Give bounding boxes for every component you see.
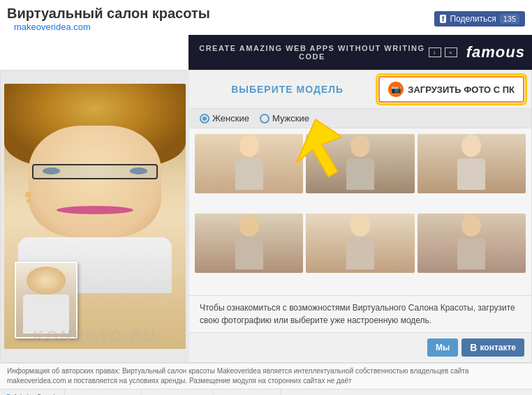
model-thumb-2[interactable]: [306, 134, 414, 193]
ad-banner: CREATE AMAZING WEB APPS WITHOUT WRITING …: [189, 35, 532, 70]
ad-link-1[interactable]: flash installation: [65, 389, 141, 395]
facebook-share-button[interactable]: f Поделиться 135: [434, 11, 525, 27]
upload-btn-label: ЗАГРУЗИТЬ ФОТО С ПК: [408, 84, 515, 95]
ad-brand: famous: [466, 43, 525, 61]
ads-label: G Ads by Google: [0, 389, 65, 395]
model-header-title: ВЫБЕРИТЕ МОДЕЛЬ: [196, 84, 378, 95]
copyright-text: Информация об авторских правах: Виртуаль…: [7, 367, 468, 385]
gender-male-option[interactable]: Мужские: [260, 113, 309, 124]
info-panel: Чтобы ознакомиться с возможностями Вирту…: [189, 295, 531, 332]
photo-area: KONEKTO.RU: [1, 70, 189, 362]
facebook-icon: f: [440, 15, 447, 23]
page-header: Виртуальный салон красоты makeoveridea.c…: [0, 0, 532, 35]
female-label: Женские: [212, 113, 249, 124]
ad-banner-text: CREATE AMAZING WEB APPS WITHOUT WRITING …: [195, 44, 429, 61]
camera-icon: 📷: [388, 82, 404, 97]
vk-logo-icon: В: [470, 342, 477, 353]
my-social-button[interactable]: Мы: [427, 338, 458, 357]
ad-close-icon[interactable]: ×: [445, 47, 457, 57]
upload-photo-button[interactable]: 📷 ЗАГРУЗИТЬ ФОТО С ПК: [378, 76, 524, 103]
model-header: ВЫБЕРИТЕ МОДЕЛЬ 📷 ЗАГРУЗИТЬ ФОТО С ПК: [189, 70, 531, 109]
model-thumb-6[interactable]: [418, 214, 526, 273]
model-thumb-1[interactable]: [195, 134, 303, 193]
right-panel: ВЫБЕРИТЕ МОДЕЛЬ 📷 ЗАГРУЗИТЬ ФОТО С ПК Же…: [189, 70, 531, 362]
gender-selector: Женские Мужские: [189, 109, 531, 128]
page-title: Виртуальный салон красоты: [7, 6, 210, 22]
female-radio[interactable]: [200, 114, 209, 124]
main-container: KONEKTO.RU ВЫБЕРИТЕ МОДЕЛЬ 📷 ЗАГРУЗИТЬ Ф…: [0, 70, 532, 363]
model-grid: [189, 128, 531, 295]
info-text: Чтобы ознакомиться с возможностями Вирту…: [200, 303, 515, 325]
watermark: KONEKTO.RU: [4, 327, 186, 345]
share-label: Поделиться: [450, 14, 496, 24]
gender-female-option[interactable]: Женские: [200, 113, 249, 124]
footer-copyright: Информация об авторских правах: Виртуаль…: [0, 363, 532, 389]
vk-social-button[interactable]: В контакте: [461, 338, 524, 357]
ad-controls: i × famous: [429, 43, 525, 61]
ad-info-icon[interactable]: i: [429, 47, 441, 57]
model-thumb-4[interactable]: [195, 214, 303, 273]
site-url[interactable]: makeoveridea.com: [7, 22, 210, 32]
model-thumb-3[interactable]: [418, 134, 526, 193]
footer-ads: G Ads by Google flash installation adobe…: [0, 389, 532, 395]
ad-link-3[interactable]: flash player 8: [214, 389, 281, 395]
male-label: Мужские: [272, 113, 309, 124]
model-thumb-5[interactable]: [306, 214, 414, 273]
share-count: 135: [500, 14, 519, 24]
ad-link-2[interactable]: adobe animate: [142, 389, 214, 395]
main-photo: KONEKTO.RU: [4, 84, 186, 349]
male-radio[interactable]: [260, 114, 269, 124]
social-buttons: Мы В контакте: [189, 332, 531, 362]
